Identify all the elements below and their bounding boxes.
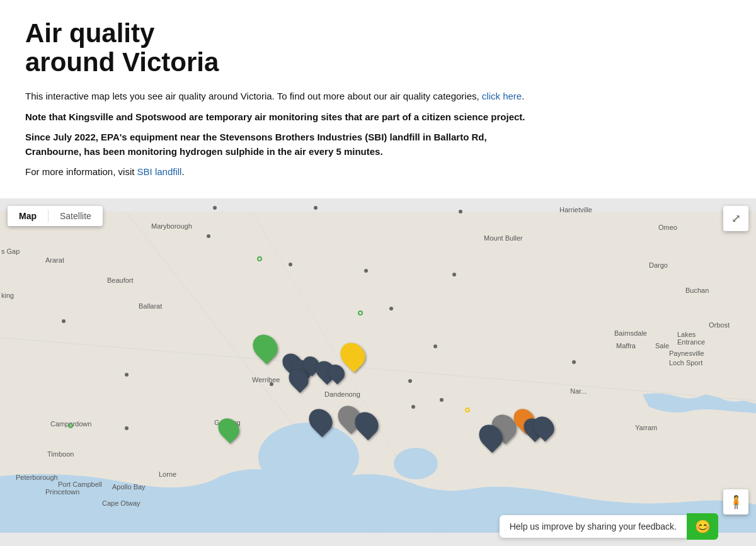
map-dot <box>125 426 129 430</box>
map-dot <box>62 319 66 323</box>
fullscreen-button[interactable]: ⤢ <box>723 206 748 231</box>
page-title: Air quality around Victoria <box>25 19 542 77</box>
intro-paragraph: This interactive map lets you see air qu… <box>25 89 542 104</box>
note-paragraph: Note that Kingsville and Spotswood are t… <box>25 110 542 125</box>
map-dot-outline-green-camperdown <box>68 423 73 428</box>
sbi-paragraph: Since July 2022, EPA's equipment near th… <box>25 130 542 159</box>
feedback-text: Help us improve by sharing your feedback… <box>500 515 687 538</box>
marker-dark-east[interactable] <box>480 424 501 449</box>
marker-yellow-large[interactable] <box>341 342 364 368</box>
marker-green-geelong[interactable] <box>219 418 238 440</box>
map-container[interactable]: Map Satellite ⤢ Harrietville Omeo Mount … <box>0 198 756 546</box>
map-dot-outline-green <box>257 256 262 261</box>
sbi-landfill-link[interactable]: SBI landfill <box>137 166 182 177</box>
map-dot <box>433 344 437 348</box>
map-dot <box>314 206 318 210</box>
page-wrapper: Air quality around Victoria This interac… <box>0 0 756 546</box>
map-type-control: Map Satellite <box>8 206 103 226</box>
marker-dark-east-3[interactable] <box>534 416 553 438</box>
sbi-link-paragraph: For more information, visit SBI landfill… <box>25 165 542 179</box>
intro-text-part1: This interactive map lets you see air qu… <box>25 91 482 101</box>
map-dot <box>289 263 292 266</box>
map-dot <box>408 379 412 383</box>
intro-text-part2: . <box>522 91 524 101</box>
marker-green-large[interactable] <box>254 334 277 360</box>
map-dot-outline-yellow <box>465 407 470 412</box>
sbi-link-text-suffix: . <box>181 166 184 177</box>
map-dot <box>270 382 273 386</box>
marker-dark-6[interactable] <box>290 368 307 390</box>
map-background <box>0 198 756 546</box>
map-dot <box>411 405 415 409</box>
feedback-bar: Help us improve by sharing your feedback… <box>500 513 718 540</box>
map-dot <box>459 210 462 213</box>
map-tab[interactable]: Map <box>8 206 48 226</box>
feedback-button[interactable]: 😊 <box>687 513 718 540</box>
map-dot <box>572 360 576 364</box>
click-here-link[interactable]: click here <box>482 91 522 101</box>
map-dot <box>364 269 368 273</box>
map-dot <box>440 398 444 402</box>
map-dot-outline-green <box>358 310 363 316</box>
map-dot <box>389 307 393 310</box>
marker-dark-south-2[interactable] <box>356 411 377 436</box>
sbi-link-text-prefix: For more information, visit <box>25 166 137 177</box>
info-section: Air quality around Victoria This interac… <box>0 0 567 198</box>
fullscreen-icon: ⤢ <box>731 212 741 225</box>
street-view-figure-icon: 🧍 <box>728 494 744 509</box>
satellite-tab[interactable]: Satellite <box>49 206 103 226</box>
marker-dark-5[interactable] <box>329 364 344 382</box>
map-dot <box>213 206 217 210</box>
feedback-icon: 😊 <box>695 519 711 534</box>
map-dot <box>207 234 210 238</box>
map-dot <box>125 373 129 377</box>
svg-point-1 <box>258 423 359 492</box>
marker-dark-large-south[interactable] <box>310 408 331 433</box>
street-view-button[interactable]: 🧍 <box>723 489 748 515</box>
map-dot <box>452 273 456 276</box>
